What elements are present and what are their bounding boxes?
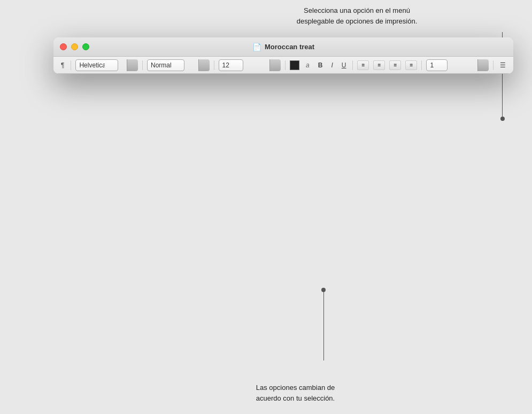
- align-right-button[interactable]: ≡: [389, 60, 401, 70]
- bold-button[interactable]: B: [316, 61, 325, 70]
- traffic-lights: [60, 43, 89, 50]
- doc-icon: 📄: [252, 43, 261, 51]
- toolbar-separator-4: [285, 60, 286, 70]
- size-selector-wrapper: 12: [219, 59, 281, 71]
- connector-line-bottom: [323, 291, 324, 361]
- connector-dot-top: [500, 117, 505, 121]
- italic-button[interactable]: I: [329, 61, 335, 70]
- mac-window: 📄 Moroccan treat ¶ Helvetica Normal 12 a…: [53, 37, 513, 74]
- toolbar-separator-5: [352, 60, 353, 70]
- list-button[interactable]: ☰: [498, 61, 508, 70]
- color-picker[interactable]: [290, 60, 299, 70]
- toolbar-separator-1: [71, 60, 71, 70]
- line-spacing-wrapper: 1.0: [426, 59, 489, 71]
- toolbar-separator-3: [214, 60, 214, 70]
- toolbar-separator-2: [142, 60, 143, 70]
- size-selector[interactable]: 12: [219, 59, 243, 71]
- align-center-button[interactable]: ≡: [373, 60, 385, 70]
- font-selector[interactable]: Helvetica: [75, 59, 118, 71]
- font-color-italic[interactable]: a: [304, 61, 312, 70]
- title-bar: 📄 Moroccan treat: [53, 37, 513, 57]
- style-selector-wrapper: Normal: [147, 59, 210, 71]
- paragraph-button[interactable]: ¶: [59, 61, 66, 70]
- close-button[interactable]: [60, 43, 67, 50]
- style-selector[interactable]: Normal: [147, 59, 184, 71]
- toolbar-separator-6: [421, 60, 422, 70]
- connector-dot-bottom: [321, 288, 326, 292]
- line-spacing-selector[interactable]: 1.0: [426, 59, 448, 71]
- annotation-bottom: Las opciones cambian de acuerdo con tu s…: [166, 382, 425, 403]
- toolbar-separator-7: [493, 60, 494, 70]
- toolbar: ¶ Helvetica Normal 12 a B I U ≡ ≡ ≡ ≡: [53, 57, 513, 74]
- font-selector-wrapper: Helvetica: [75, 59, 138, 71]
- align-justify-button[interactable]: ≡: [405, 60, 417, 70]
- underline-button[interactable]: U: [340, 61, 349, 70]
- minimize-button[interactable]: [71, 43, 78, 50]
- window-title: 📄 Moroccan treat: [252, 43, 314, 51]
- maximize-button[interactable]: [82, 43, 89, 50]
- align-left-button[interactable]: ≡: [357, 60, 369, 70]
- annotation-top: Selecciona una opción en el menú despleg…: [203, 5, 511, 26]
